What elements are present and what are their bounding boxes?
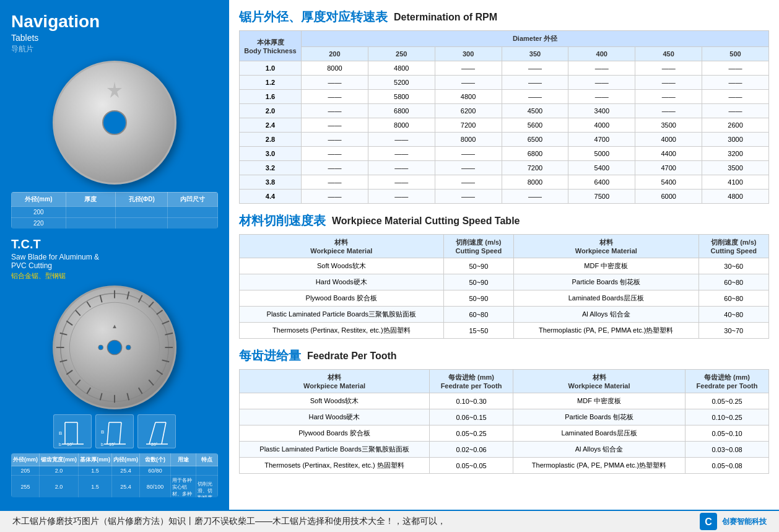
blade-circle-top [53, 61, 176, 185]
col-hole-dia: 孔径(ΦD) [116, 192, 168, 206]
blade-image-bottom: ▲ [43, 286, 186, 409]
table-row: Plywood Boards 胶合板50~90Laminated Boards层… [240, 290, 769, 307]
cut-col-1: 材料Workpiece Material [240, 235, 444, 258]
nav-section: Navigation Tablets 导航片 [11, 12, 218, 55]
bst-col-4: 内径(mm) [112, 454, 140, 466]
logo-text: 创赛智能科技 [722, 517, 767, 527]
svg-point-28 [107, 341, 121, 355]
svg-point-29 [98, 345, 103, 350]
svg-text:15°: 15° [109, 442, 116, 447]
svg-point-30 [126, 345, 131, 350]
cutting-table: 材料Workpiece Material 切削速度 (m/s)Cutting S… [239, 234, 769, 339]
feedrate-section-header: 每齿进给量 Feedrate Per Tooth [239, 347, 769, 364]
table-row: 1.080004800—————————— [240, 61, 769, 76]
svg-line-15 [127, 393, 129, 401]
svg-text:b: b [59, 442, 61, 447]
table-row: Plastic Laminated Particle Boards三聚氰胺贴面板… [240, 442, 769, 458]
feed-col-4: 每齿进给 (mm)Feedrate per Tooth [685, 370, 769, 393]
svg-line-40 [107, 422, 109, 444]
table-row: 200 [12, 206, 218, 217]
rpm-title-cn: 锯片外径、厚度对应转速表 [239, 9, 388, 25]
cutting-section-header: 材料切削速度表 Workpiece Material Cutting Speed… [239, 212, 769, 229]
svg-line-17 [100, 393, 102, 401]
cutting-title-cn: 材料切削速度表 [239, 212, 326, 229]
table-row: 1.2——5200—————————— [240, 76, 769, 90]
right-panel: 锯片外径、厚度对应转速表 Determination of RPM 本体厚度Bo… [229, 0, 779, 510]
cut-col-4: 切削速度 (m/s)Cutting Speed [698, 235, 768, 258]
left-panel: Navigation Tablets 导航片 外径(mm) 厚度 孔径(ΦD) [0, 0, 229, 510]
svg-marker-0 [107, 82, 122, 98]
svg-text:b: b [101, 442, 103, 447]
rpm-col-thickness: 本体厚度Body Thickness [240, 31, 302, 61]
tooth-box-2: B b 15° [95, 414, 134, 448]
tct-section: T.C.T Saw Blade for Aluminum &PVC Cuttin… [11, 237, 218, 281]
svg-line-12 [157, 370, 163, 375]
svg-line-18 [87, 388, 90, 394]
bottom-text: 木工锯片修磨技巧图片（锯片修磨方法）知识丨磨刀不误砍柴工——木工锯片选择和使用技… [12, 516, 446, 527]
rpm-d400: 400 [568, 47, 635, 61]
col-outer-dia: 外径(mm) [12, 192, 66, 206]
svg-text:20°: 20° [151, 442, 158, 447]
bst-col-3: 基体厚(mm) [79, 454, 112, 466]
rpm-d300: 300 [435, 47, 502, 61]
svg-line-14 [139, 388, 142, 394]
svg-line-49 [162, 422, 166, 444]
col-recess: 内凹尺寸 [168, 192, 218, 206]
feedrate-title-cn: 每齿进给量 [239, 347, 301, 364]
table-row: 2052.01.525.460/80 [12, 466, 218, 476]
table-row: 3.0——————6800500044003200 [240, 147, 769, 161]
feed-col-3: 材料Workpiece Material [513, 370, 685, 393]
bst-col-7: 特点 [196, 454, 217, 466]
specs-table-top: 外径(mm) 厚度 孔径(ΦD) 内凹尺寸 200 220 230 250订单要… [11, 192, 218, 229]
svg-line-6 [149, 302, 154, 308]
bst-col-2: 锯齿宽度(mm) [40, 454, 79, 466]
svg-line-25 [76, 310, 81, 316]
cut-col-3: 材料Workpiece Material [514, 235, 698, 258]
nav-subtitle: Tablets [11, 33, 218, 43]
bst-col-1: 外径(mm) [12, 454, 40, 466]
table-row: Hard Woods硬木50~90Particle Boards 刨花板60~8… [240, 274, 769, 290]
rpm-d350: 350 [502, 47, 568, 61]
svg-line-13 [149, 380, 154, 386]
table-row: Soft Woods软木50~90MDF 中密度板30~60 [240, 258, 769, 274]
bottom-logo: C 创赛智能科技 [698, 512, 767, 531]
svg-line-11 [162, 360, 170, 362]
table-row: 4.4————————750060004800 [240, 190, 769, 204]
svg-line-42 [120, 422, 121, 444]
table-row: 220 [12, 217, 218, 229]
rpm-d250: 250 [368, 47, 435, 61]
rpm-d200: 200 [302, 47, 368, 61]
svg-line-26 [87, 302, 90, 308]
feed-col-2: 每齿进给 (mm)Feedrate per Tooth [430, 370, 513, 393]
svg-text:B: B [59, 430, 62, 436]
svg-text:C: C [705, 517, 712, 527]
bst-col-6: 用途 [171, 454, 196, 466]
table-row: Thermosets (Pertinax, Restitex, etc.) 热固… [240, 458, 769, 474]
table-row: Soft Woods软木0.10~0.30MDF 中密度板0.05~0.25 [240, 393, 769, 409]
tooth-box-3: 20° [137, 414, 176, 448]
rpm-d450: 450 [635, 47, 702, 61]
svg-line-24 [66, 321, 72, 326]
svg-text:B: B [101, 429, 104, 435]
svg-line-47 [149, 422, 155, 444]
table-row: 1.6——58004800———————— [240, 90, 769, 104]
svg-text:10°: 10° [67, 442, 74, 447]
rpm-section-header: 锯片外径、厚度对应转速表 Determination of RPM [239, 9, 769, 25]
table-row: 2552.01.525.480/100用于各种实心铝材、多种铝合金型材，性能稳定… [12, 476, 218, 497]
svg-line-19 [76, 380, 81, 386]
bst-col-5: 齿数(个) [140, 454, 171, 466]
svg-line-20 [66, 370, 72, 375]
tooth-box-1: B b 10° [53, 414, 92, 448]
rpm-d500: 500 [702, 47, 769, 61]
tct-subtitle: Saw Blade for Aluminum &PVC Cutting [11, 253, 218, 270]
tct-chinese: 铝合金锯、型钢锯 [11, 271, 218, 281]
tct-title: T.C.T [11, 237, 218, 251]
col-thickness: 厚度 [66, 192, 116, 206]
blade-hole-top [102, 110, 127, 135]
logo-icon: C [698, 512, 718, 531]
table-row: 2.4——800072005600400035002600 [240, 118, 769, 133]
cut-col-2: 切削速度 (m/s)Cutting Speed [443, 235, 513, 258]
table-row: Plastic Laminated Particle Boards三聚氰胺贴面板… [240, 307, 769, 323]
bottom-bar: 木工锯片修磨技巧图片（锯片修磨方法）知识丨磨刀不误砍柴工——木工锯片选择和使用技… [0, 510, 779, 532]
feedrate-title-en: Feedrate Per Tooth [307, 351, 397, 362]
